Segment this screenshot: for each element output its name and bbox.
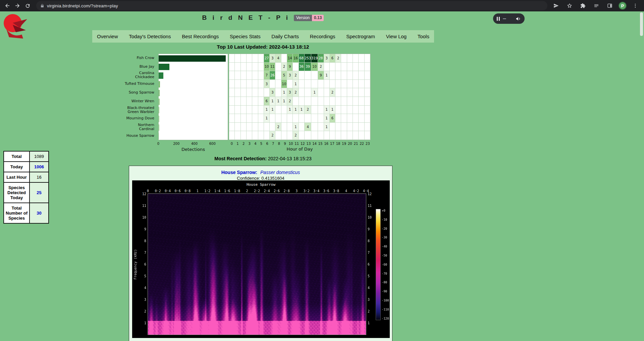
heatmap-cell bbox=[281, 54, 287, 63]
bar-blue-jay bbox=[159, 64, 169, 70]
heatmap-cell bbox=[341, 54, 347, 63]
menu-button[interactable] bbox=[631, 1, 640, 10]
heatmap-cell bbox=[318, 123, 324, 131]
db-tick: -120 bbox=[382, 317, 389, 320]
heatmap-cell bbox=[365, 63, 370, 71]
heatmap-cell bbox=[335, 71, 341, 80]
send-button[interactable] bbox=[551, 1, 561, 10]
heatmap-cell bbox=[347, 123, 353, 131]
back-button[interactable] bbox=[3, 1, 12, 10]
heatmap-cell: 1 bbox=[311, 88, 318, 97]
time-tick: 0·8 bbox=[184, 189, 191, 193]
nav-item-view-log[interactable]: View Log bbox=[386, 34, 407, 39]
profile-avatar[interactable]: P bbox=[619, 2, 627, 10]
db-tick: -70 bbox=[382, 272, 387, 275]
stats-row-total-number-of-species: Total Number of Species30 bbox=[4, 203, 49, 223]
heatmap-cell bbox=[252, 123, 258, 131]
heatmap-cell: 10 bbox=[311, 63, 318, 71]
heatmap-cell bbox=[229, 71, 235, 80]
top10-heading: Top 10 Last Updated: 2022-04-13 18:12 bbox=[0, 44, 526, 50]
db-tick: -60 bbox=[382, 263, 387, 266]
main-nav: OverviewToday's DetectionsBest Recording… bbox=[92, 30, 434, 43]
audio-player[interactable] bbox=[493, 13, 525, 24]
forward-button[interactable] bbox=[13, 1, 22, 10]
freq-tick-left: 8 bbox=[140, 239, 146, 243]
heatmap-cell bbox=[252, 106, 258, 114]
heatmap-cell bbox=[335, 63, 341, 71]
heatmap-cell: 7 bbox=[264, 71, 270, 80]
time-tick: 0·2 bbox=[155, 189, 161, 193]
paper-plane-icon bbox=[553, 3, 559, 8]
heatmap-cell bbox=[353, 63, 359, 71]
kebab-menu-icon bbox=[633, 3, 638, 8]
site-header: B i r d N E T - P iVersion0.13 bbox=[0, 14, 526, 21]
heatmap-cell bbox=[247, 80, 252, 89]
heatmap-cell bbox=[359, 106, 364, 114]
hour-tick: 16 bbox=[323, 142, 329, 146]
time-tick: 1·2 bbox=[204, 189, 210, 193]
heatmap-cell bbox=[365, 123, 370, 131]
heatmap-cell bbox=[270, 123, 275, 131]
nav-item-tools[interactable]: Tools bbox=[418, 34, 429, 39]
time-tick: 1·8 bbox=[234, 189, 240, 193]
nav-item-species-stats[interactable]: Species Stats bbox=[230, 34, 261, 39]
heatmap-cell bbox=[318, 131, 324, 140]
heatmap-cell bbox=[241, 63, 247, 71]
stats-value-total-number-of-species[interactable]: 30 bbox=[30, 203, 49, 223]
nav-item-today-s-detections[interactable]: Today's Detections bbox=[129, 34, 171, 39]
heatmap-cell bbox=[353, 97, 359, 106]
heatmap-cell: 3 bbox=[287, 88, 293, 97]
freq-tick-right: 7 bbox=[368, 251, 374, 254]
nav-item-recordings[interactable]: Recordings bbox=[310, 34, 335, 39]
heatmap-cell bbox=[324, 131, 330, 140]
heatmap-cell bbox=[299, 80, 305, 89]
nav-item-daily-charts[interactable]: Daily Charts bbox=[271, 34, 299, 39]
heatmap-cell bbox=[247, 114, 252, 123]
heatmap-cell bbox=[247, 63, 252, 71]
detection-title-line: House Sparrow:Passer domesticus bbox=[129, 170, 392, 175]
nav-item-best-recordings[interactable]: Best Recordings bbox=[182, 34, 219, 39]
hour-axis-ticks: 01234567891011121314151617181920212223 bbox=[229, 142, 371, 146]
pause-icon[interactable] bbox=[497, 17, 500, 21]
hour-tick: 4 bbox=[253, 142, 259, 146]
toolbar-right: P bbox=[551, 1, 641, 10]
heatmap-cell bbox=[229, 97, 235, 106]
heatmap-cell bbox=[330, 71, 335, 80]
extensions-button[interactable] bbox=[578, 1, 588, 10]
detection-species[interactable]: House Sparrow: bbox=[221, 170, 257, 175]
bar-song-sparrow bbox=[159, 90, 160, 96]
time-tick: 2 bbox=[246, 189, 248, 193]
detections-tick: 200 bbox=[173, 142, 179, 146]
heatmap-cell bbox=[229, 63, 235, 71]
time-tick: 0·4 bbox=[165, 189, 171, 193]
freq-tick-left: 10 bbox=[140, 216, 146, 219]
heatmap-cell bbox=[305, 88, 311, 97]
detections-tick: 600 bbox=[209, 142, 216, 146]
url-text[interactable]: virginia.birdnetpi.com/?stream=play bbox=[47, 3, 118, 8]
audio-seek-bar[interactable] bbox=[503, 18, 506, 19]
stats-value-total: 1089 bbox=[30, 151, 49, 162]
scrollbar-thumb[interactable] bbox=[640, 12, 643, 36]
stats-value-today[interactable]: 1006 bbox=[30, 162, 49, 172]
heatmap-cell: 2 bbox=[275, 123, 281, 131]
heatmap-cell bbox=[330, 63, 335, 71]
heatmap-cell bbox=[247, 71, 252, 80]
heatmap-cell bbox=[353, 106, 359, 114]
reading-list-button[interactable] bbox=[592, 1, 601, 10]
heatmap-cell: 2 bbox=[293, 131, 299, 140]
db-tick: -10 bbox=[382, 218, 387, 221]
side-panel-button[interactable] bbox=[605, 1, 614, 10]
nav-item-spectrogram[interactable]: Spectrogram bbox=[346, 34, 375, 39]
heatmap-cell bbox=[347, 80, 353, 89]
spectrogram-ylabel: Frequency (kHz) bbox=[132, 194, 138, 335]
volume-icon[interactable] bbox=[516, 16, 521, 21]
stats-label: Total Number of Species bbox=[4, 203, 30, 223]
heatmap-cell bbox=[341, 114, 347, 123]
freq-tick-left: 2 bbox=[140, 309, 146, 313]
address-bar[interactable]: virginia.birdnetpi.com/?stream=play bbox=[36, 1, 547, 10]
reload-button[interactable] bbox=[23, 1, 32, 10]
nav-item-overview[interactable]: Overview bbox=[97, 34, 118, 39]
stats-value-species-detected-today[interactable]: 25 bbox=[30, 182, 49, 203]
detection-scientific-name[interactable]: Passer domesticus bbox=[260, 170, 300, 175]
bookmark-button[interactable] bbox=[565, 1, 574, 10]
